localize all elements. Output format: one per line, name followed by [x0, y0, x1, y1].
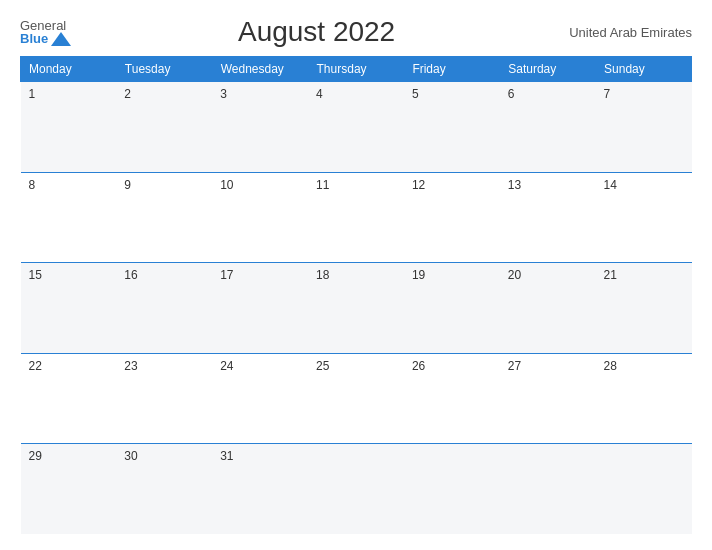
calendar-cell: 20 — [500, 263, 596, 354]
day-number: 28 — [604, 359, 617, 373]
calendar-cell: 5 — [404, 82, 500, 173]
day-number: 8 — [29, 178, 36, 192]
calendar-day-header: Sunday — [596, 57, 692, 82]
calendar-cell: 9 — [116, 172, 212, 263]
calendar-cell: 8 — [21, 172, 117, 263]
calendar-cell: 23 — [116, 353, 212, 444]
table-row: 293031 — [21, 444, 692, 535]
day-number: 24 — [220, 359, 233, 373]
calendar-cell: 14 — [596, 172, 692, 263]
day-number: 3 — [220, 87, 227, 101]
calendar-cell: 19 — [404, 263, 500, 354]
calendar-day-header: Friday — [404, 57, 500, 82]
calendar-cell: 17 — [212, 263, 308, 354]
logo-general-text: General — [20, 19, 66, 32]
day-number: 27 — [508, 359, 521, 373]
day-number: 14 — [604, 178, 617, 192]
table-row: 1234567 — [21, 82, 692, 173]
day-number: 4 — [316, 87, 323, 101]
calendar-cell — [500, 444, 596, 535]
day-number: 1 — [29, 87, 36, 101]
day-number: 15 — [29, 268, 42, 282]
calendar-day-header: Thursday — [308, 57, 404, 82]
calendar-cell — [308, 444, 404, 535]
calendar-cell: 24 — [212, 353, 308, 444]
calendar-cell: 1 — [21, 82, 117, 173]
calendar-cell: 15 — [21, 263, 117, 354]
table-row: 15161718192021 — [21, 263, 692, 354]
calendar-day-header: Tuesday — [116, 57, 212, 82]
month-title: August 2022 — [71, 16, 562, 48]
day-number: 30 — [124, 449, 137, 463]
logo-blue-text: Blue — [20, 32, 48, 45]
calendar-cell: 28 — [596, 353, 692, 444]
day-number: 10 — [220, 178, 233, 192]
calendar-cell: 4 — [308, 82, 404, 173]
day-number: 21 — [604, 268, 617, 282]
calendar-cell: 21 — [596, 263, 692, 354]
day-number: 16 — [124, 268, 137, 282]
calendar-day-header: Wednesday — [212, 57, 308, 82]
day-number: 9 — [124, 178, 131, 192]
day-number: 5 — [412, 87, 419, 101]
calendar-cell: 6 — [500, 82, 596, 173]
day-number: 13 — [508, 178, 521, 192]
day-number: 29 — [29, 449, 42, 463]
calendar-cell: 27 — [500, 353, 596, 444]
calendar-cell: 30 — [116, 444, 212, 535]
day-number: 2 — [124, 87, 131, 101]
calendar-day-header: Monday — [21, 57, 117, 82]
calendar-cell — [596, 444, 692, 535]
day-number: 18 — [316, 268, 329, 282]
logo: General Blue — [20, 19, 71, 46]
calendar-cell: 29 — [21, 444, 117, 535]
calendar-cell: 16 — [116, 263, 212, 354]
calendar-cell: 31 — [212, 444, 308, 535]
day-number: 23 — [124, 359, 137, 373]
logo-triangle-icon — [51, 32, 71, 46]
calendar-cell: 2 — [116, 82, 212, 173]
table-row: 22232425262728 — [21, 353, 692, 444]
calendar-cell: 10 — [212, 172, 308, 263]
day-number: 22 — [29, 359, 42, 373]
calendar-cell: 18 — [308, 263, 404, 354]
calendar-cell: 11 — [308, 172, 404, 263]
day-number: 31 — [220, 449, 233, 463]
calendar-cell: 3 — [212, 82, 308, 173]
day-number: 19 — [412, 268, 425, 282]
day-number: 11 — [316, 178, 329, 192]
table-row: 891011121314 — [21, 172, 692, 263]
day-number: 6 — [508, 87, 515, 101]
calendar-cell: 26 — [404, 353, 500, 444]
calendar-cell: 13 — [500, 172, 596, 263]
day-number: 20 — [508, 268, 521, 282]
calendar-cell: 25 — [308, 353, 404, 444]
day-number: 7 — [604, 87, 611, 101]
calendar-cell: 12 — [404, 172, 500, 263]
calendar-day-header: Saturday — [500, 57, 596, 82]
calendar-cell: 22 — [21, 353, 117, 444]
page-header: General Blue August 2022 United Arab Emi… — [20, 16, 692, 48]
calendar-cell — [404, 444, 500, 535]
calendar-cell: 7 — [596, 82, 692, 173]
country-label: United Arab Emirates — [562, 25, 692, 40]
calendar-table: MondayTuesdayWednesdayThursdayFridaySatu… — [20, 56, 692, 534]
day-number: 12 — [412, 178, 425, 192]
calendar-header-row: MondayTuesdayWednesdayThursdayFridaySatu… — [21, 57, 692, 82]
day-number: 17 — [220, 268, 233, 282]
day-number: 26 — [412, 359, 425, 373]
day-number: 25 — [316, 359, 329, 373]
